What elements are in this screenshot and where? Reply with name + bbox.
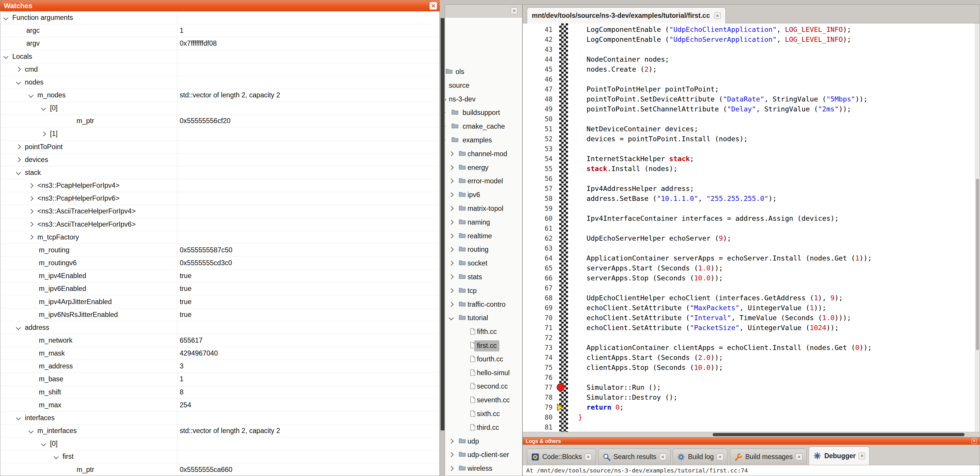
line-number[interactable]: 62 bbox=[523, 233, 552, 243]
code-line[interactable]: 77 Simulator::Run (); bbox=[523, 382, 975, 392]
watch-row[interactable]: devices bbox=[0, 153, 439, 166]
code-line[interactable]: 67 bbox=[523, 283, 975, 293]
line-number[interactable]: 81 bbox=[523, 422, 552, 432]
tree-item-ns-3-dev[interactable]: ns-3-dev bbox=[445, 93, 522, 106]
watch-row[interactable]: nodes bbox=[0, 76, 439, 89]
watch-row[interactable]: argc1 bbox=[0, 24, 439, 37]
tree-item-label[interactable]: ipv6 bbox=[468, 188, 480, 202]
tree-item-energy[interactable]: energy bbox=[445, 161, 522, 174]
tree-item-label[interactable]: ols bbox=[455, 65, 464, 79]
line-number[interactable]: 45 bbox=[523, 64, 552, 74]
code-line[interactable]: 54 InternetStackHelper stack; bbox=[523, 154, 975, 164]
watch-row[interactable]: m_interfacesstd::vector of length 2, cap… bbox=[0, 425, 439, 438]
column-divider[interactable] bbox=[177, 11, 177, 476]
tree-item-label[interactable]: buildsupport bbox=[463, 106, 500, 120]
code-line[interactable]: 70 echoClient.SetAttribute ("Interval", … bbox=[523, 313, 975, 323]
watches-close-button[interactable]: ✕ bbox=[430, 2, 437, 10]
tree-item-channel-mod[interactable]: channel-mod bbox=[445, 147, 522, 161]
tab-close-button[interactable]: ✕ bbox=[795, 454, 802, 460]
tree-item-sixth-cc[interactable]: sixth.cc bbox=[445, 407, 522, 421]
tree-item-label[interactable]: socket bbox=[468, 256, 487, 270]
tree-item-label[interactable]: hello-simul bbox=[477, 366, 509, 380]
tree-item-label[interactable]: error-model bbox=[468, 174, 503, 188]
watch-row[interactable]: m_ipv4Enabledtrue bbox=[0, 270, 439, 283]
line-number[interactable]: 54 bbox=[523, 154, 552, 164]
line-number[interactable]: 59 bbox=[523, 203, 552, 214]
tree-item-label[interactable]: channel-mod bbox=[468, 147, 507, 161]
tree-item-udp[interactable]: udp bbox=[445, 434, 522, 448]
collapse-icon[interactable] bbox=[445, 96, 447, 101]
line-number[interactable]: 48 bbox=[523, 94, 552, 104]
watch-row[interactable]: m_shift8 bbox=[0, 386, 439, 399]
collapse-icon[interactable] bbox=[449, 315, 454, 321]
expand-icon[interactable] bbox=[449, 165, 454, 170]
code-line[interactable]: 69 echoClient.SetAttribute ("MaxPackets"… bbox=[523, 303, 975, 313]
line-number[interactable]: 53 bbox=[523, 144, 552, 154]
code-line[interactable]: 65 serverApps.Start (Seconds (1.0)); bbox=[523, 263, 975, 273]
watch-row[interactable]: m_ipv6Enabledtrue bbox=[0, 283, 439, 295]
code-line[interactable]: 55 stack.Install (nodes); bbox=[523, 164, 975, 174]
code-line[interactable]: 50 bbox=[523, 114, 975, 124]
line-number[interactable]: 76 bbox=[523, 372, 552, 382]
collapse-icon[interactable] bbox=[41, 105, 46, 110]
code-line[interactable]: 46 bbox=[523, 74, 975, 84]
tree-item-matrix-topol[interactable]: matrix-topol bbox=[445, 202, 522, 216]
line-number[interactable]: 58 bbox=[523, 193, 552, 203]
tree-item-label[interactable]: traffic-contro bbox=[468, 298, 506, 311]
tree-item-traffic-contro[interactable]: traffic-contro bbox=[445, 298, 522, 311]
tree-item-label[interactable]: cmake_cache bbox=[463, 120, 505, 133]
code-line[interactable]: 73 ApplicationContainer clientApps = ech… bbox=[523, 343, 975, 353]
tree-item-tutorial[interactable]: tutorial bbox=[445, 311, 522, 325]
watches-titlebar[interactable]: Watches ✕ bbox=[0, 0, 439, 11]
watch-row[interactable]: interfaces bbox=[0, 412, 439, 425]
scrollbar-thumb[interactable] bbox=[976, 179, 979, 350]
code-line[interactable]: 43 bbox=[523, 45, 975, 54]
expand-icon[interactable] bbox=[449, 247, 454, 252]
line-number[interactable]: 47 bbox=[523, 84, 552, 94]
code-line[interactable]: 78 Simulator::Destroy (); bbox=[523, 392, 975, 403]
watch-row[interactable]: m_ipv6NsRsJitterEnabledtrue bbox=[0, 308, 439, 321]
watch-row[interactable]: stack bbox=[0, 166, 439, 179]
watch-row[interactable]: m_routing0x555555587c50 bbox=[0, 244, 439, 257]
tree-item-label[interactable]: realtime bbox=[468, 229, 492, 243]
tree-item-stats[interactable]: stats bbox=[445, 270, 522, 284]
editor-horizontal-scrollbar[interactable] bbox=[523, 432, 980, 437]
tree-item-label[interactable]: wireless bbox=[468, 462, 492, 475]
watch-row[interactable]: cmd bbox=[0, 63, 439, 76]
line-number[interactable]: 74 bbox=[523, 353, 552, 363]
expand-icon[interactable] bbox=[449, 439, 454, 444]
tree-item-seventh-cc[interactable]: seventh.cc bbox=[445, 393, 522, 407]
line-number[interactable]: 61 bbox=[523, 224, 552, 233]
tab-close-button[interactable]: ✕ bbox=[717, 454, 724, 460]
tree-item-naming[interactable]: naming bbox=[445, 216, 522, 229]
code-editor[interactable]: 41 LogComponentEnable ("UdpEchoClientApp… bbox=[523, 23, 980, 432]
tree-item-fourth-cc[interactable]: fourth.cc bbox=[445, 352, 522, 366]
line-number[interactable]: 80 bbox=[523, 412, 552, 422]
line-number[interactable]: 67 bbox=[523, 283, 552, 293]
tree-item-udp-client-ser[interactable]: udp-client-ser bbox=[445, 448, 522, 462]
line-number[interactable]: 52 bbox=[523, 134, 552, 144]
tree-item-label[interactable]: udp bbox=[468, 434, 479, 448]
line-number[interactable]: 79 bbox=[523, 403, 552, 412]
expand-icon[interactable] bbox=[16, 144, 21, 149]
watch-row[interactable]: m_ipv4ArpJitterEnabledtrue bbox=[0, 295, 439, 308]
code-line[interactable]: 42 LogComponentEnable ("UdpEchoServerApp… bbox=[523, 35, 975, 45]
expand-icon[interactable] bbox=[449, 233, 454, 238]
watch-row[interactable]: m_routingv60x5555555cd3c0 bbox=[0, 257, 439, 270]
line-number[interactable]: 55 bbox=[523, 164, 552, 174]
watch-row[interactable]: first bbox=[0, 450, 439, 463]
log-tab-search-results[interactable]: Search results✕ bbox=[598, 449, 671, 465]
tree-item-label[interactable]: stats bbox=[468, 270, 482, 284]
tree-item-examples[interactable]: examples bbox=[445, 133, 522, 147]
line-number[interactable]: 56 bbox=[523, 174, 552, 184]
line-number[interactable]: 60 bbox=[523, 214, 552, 224]
code-line[interactable]: 75 clientApps.Stop (Seconds (10.0)); bbox=[523, 363, 975, 372]
code-line[interactable]: 62 UdpEchoServerHelper echoServer (9); bbox=[523, 233, 975, 243]
line-number[interactable]: 43 bbox=[523, 45, 552, 54]
code-line[interactable]: 49 pointToPoint.SetChannelAttribute ("De… bbox=[523, 104, 975, 114]
tab-close-button[interactable]: ✕ bbox=[585, 454, 592, 460]
tree-item-label[interactable]: tcp bbox=[468, 284, 477, 298]
tree-item-hello-simul[interactable]: hello-simul bbox=[445, 366, 522, 380]
tree-item-label[interactable]: seventh.cc bbox=[477, 393, 509, 407]
scrollbar-thumb[interactable] bbox=[441, 18, 444, 430]
